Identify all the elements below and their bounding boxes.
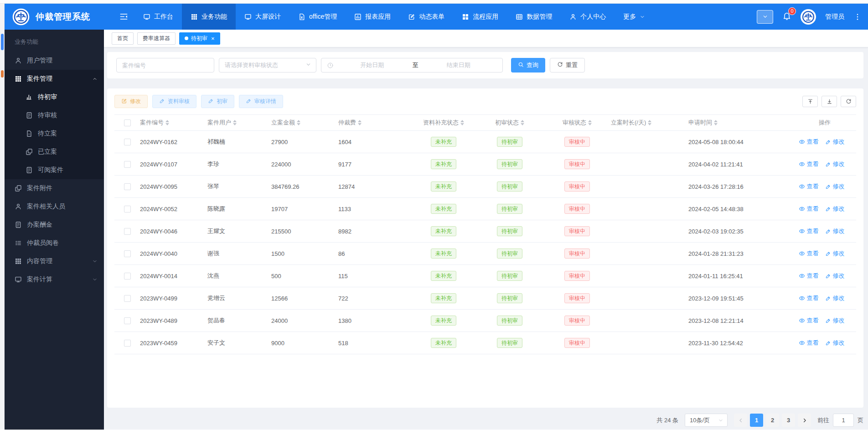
reset-button[interactable]: 重置	[550, 58, 585, 73]
col-header-amount[interactable]: 立案金额	[271, 119, 338, 127]
material-review-status-select[interactable]: 请选择资料审核状态	[219, 58, 316, 73]
close-icon[interactable]: ×	[211, 36, 215, 41]
sidebar-item-pending-filing[interactable]: 待立案	[5, 124, 104, 143]
row-checkbox[interactable]	[124, 250, 131, 257]
col-header-review_status[interactable]: 审核状态	[543, 119, 611, 127]
tab-home[interactable]: 首页	[112, 32, 134, 45]
edit-link[interactable]: 修改	[825, 272, 845, 280]
row-checkbox[interactable]	[124, 161, 131, 168]
page-1-button[interactable]: 1	[750, 414, 763, 427]
view-link[interactable]: 查看	[799, 138, 819, 146]
edit-link[interactable]: 修改	[825, 182, 845, 191]
sidebar-item-pending-review[interactable]: 待审核	[5, 106, 104, 124]
sort-carets[interactable]	[714, 120, 718, 125]
sort-carets[interactable]	[460, 120, 464, 125]
more-options-icon[interactable]	[853, 13, 862, 21]
notifications-button[interactable]: 0	[782, 11, 791, 22]
view-link[interactable]: 查看	[799, 339, 819, 347]
nav-item-data-mgmt[interactable]: 数据管理	[507, 4, 561, 30]
sidebar-item-case-related-persons[interactable]: 案件相关人员	[5, 197, 104, 216]
view-link[interactable]: 查看	[799, 205, 819, 213]
sidebar-item-readable-cases[interactable]: 可阅案件	[5, 161, 104, 179]
menu-fold-icon[interactable]	[117, 4, 134, 30]
goto-page-input[interactable]	[833, 414, 854, 427]
sidebar-item-case-remuneration[interactable]: 办案酬金	[5, 216, 104, 234]
initial-review-button[interactable]: 初审	[201, 95, 234, 108]
view-link[interactable]: 查看	[799, 182, 819, 191]
page-3-button[interactable]: 3	[782, 414, 795, 427]
edit-link[interactable]: 修改	[825, 227, 845, 235]
sort-carets[interactable]	[521, 120, 524, 125]
edit-link[interactable]: 修改	[825, 205, 845, 213]
sort-carets[interactable]	[648, 120, 651, 125]
case-no-input[interactable]	[116, 58, 214, 73]
sort-carets[interactable]	[165, 120, 169, 125]
nav-item-workflow[interactable]: 流程应用	[453, 4, 507, 30]
sidebar-item-pending-initial-review[interactable]: 待初审	[5, 88, 104, 106]
row-checkbox[interactable]	[124, 317, 131, 324]
sidebar-item-case-calculation[interactable]: 案件计算	[5, 270, 104, 289]
page-2-button[interactable]: 2	[766, 414, 779, 427]
view-link[interactable]: 查看	[799, 227, 819, 235]
edit-link[interactable]: 修改	[825, 316, 845, 325]
nav-item-screen-design[interactable]: 大屏设计	[236, 4, 289, 30]
col-header-initial_status[interactable]: 初审状态	[476, 119, 543, 127]
view-link[interactable]: 查看	[799, 249, 819, 258]
nav-item-workbench[interactable]: 工作台	[134, 4, 182, 30]
page-size-select[interactable]: 10条/页	[685, 414, 728, 427]
window-left-scrollbar[interactable]	[0, 4, 5, 430]
edit-link[interactable]: 修改	[825, 160, 845, 168]
sidebar-item-case-mgmt[interactable]: 案件管理	[5, 70, 104, 88]
edit-link[interactable]: 修改	[825, 249, 845, 258]
material-review-button[interactable]: 资料审核	[152, 95, 196, 108]
row-checkbox[interactable]	[124, 228, 131, 235]
nav-item-report[interactable]: 报表应用	[346, 4, 399, 30]
next-page-button[interactable]	[798, 414, 811, 427]
search-button[interactable]: 查询	[511, 58, 545, 73]
sidebar-item-filed[interactable]: 已立案	[5, 143, 104, 161]
view-link[interactable]: 查看	[799, 294, 819, 302]
date-range-picker[interactable]: 开始日期 至 结束日期	[321, 58, 503, 73]
col-header-user[interactable]: 案件用户	[207, 119, 271, 127]
row-checkbox[interactable]	[124, 139, 131, 145]
navbar-dropdown-button[interactable]	[757, 10, 773, 24]
row-checkbox[interactable]	[124, 206, 131, 212]
sort-carets[interactable]	[233, 120, 237, 125]
view-link[interactable]: 查看	[799, 316, 819, 325]
edit-link[interactable]: 修改	[825, 339, 845, 347]
tab-pending-initial-review[interactable]: 待初审×	[179, 32, 220, 45]
view-link[interactable]: 查看	[799, 160, 819, 168]
prev-page-button[interactable]	[734, 414, 747, 427]
col-header-case_no[interactable]: 案件编号	[140, 119, 207, 127]
col-header-apply_time[interactable]: 申请时间	[688, 119, 793, 127]
nav-item-business[interactable]: 业务功能	[182, 4, 236, 30]
move-up-button[interactable]	[802, 96, 818, 107]
view-link[interactable]: 查看	[799, 272, 819, 280]
row-checkbox[interactable]	[124, 183, 131, 190]
col-header-supplement_status[interactable]: 资料补充状态	[411, 119, 476, 127]
sort-carets[interactable]	[358, 120, 362, 125]
sidebar-item-arbitrator-file-review[interactable]: 仲裁员阅卷	[5, 234, 104, 252]
sidebar-item-case-attachments[interactable]: 案件附件	[5, 179, 104, 197]
nav-item-office[interactable]: office管理	[289, 4, 346, 30]
sort-carets[interactable]	[588, 120, 592, 125]
scrollbar-thumb[interactable]	[1, 34, 4, 50]
refresh-table-button[interactable]	[841, 96, 856, 107]
col-header-fee[interactable]: 仲裁费	[338, 119, 411, 127]
sidebar-item-content-mgmt[interactable]: 内容管理	[5, 252, 104, 270]
edit-link[interactable]: 修改	[825, 138, 845, 146]
row-checkbox[interactable]	[124, 273, 131, 280]
col-header-duration_days[interactable]: 立案时长(/天)	[611, 119, 688, 127]
tab-rate-calculator[interactable]: 费率速算器	[137, 32, 176, 45]
review-detail-button[interactable]: 审核详情	[239, 95, 283, 108]
sort-carets[interactable]	[297, 120, 300, 125]
nav-item-dynamic-form[interactable]: 动态表单	[399, 4, 453, 30]
row-checkbox[interactable]	[124, 295, 131, 302]
select-all-checkbox[interactable]	[124, 119, 131, 126]
avatar[interactable]	[801, 9, 816, 25]
nav-item-more[interactable]: 更多	[615, 4, 654, 30]
edit-link[interactable]: 修改	[825, 294, 845, 302]
nav-item-profile[interactable]: 个人中心	[561, 4, 615, 30]
edit-button[interactable]: 修改	[114, 95, 148, 108]
move-down-button[interactable]	[822, 96, 837, 107]
